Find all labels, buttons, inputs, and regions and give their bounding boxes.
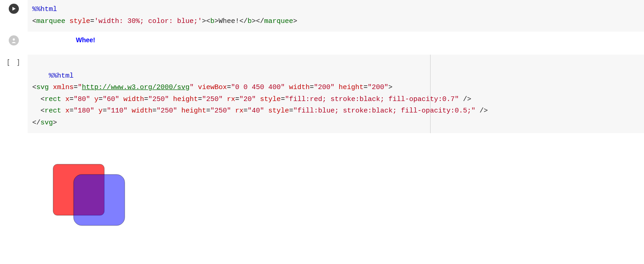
code-editor-1[interactable]: %%html <marquee style='width: 30%; color… — [28, 0, 644, 32]
attr-xmlns: xmlns — [53, 84, 74, 91]
cell-gutter — [0, 0, 28, 14]
marquee-text-content: Whee! — [218, 17, 239, 25]
marquee-output-text: Whee! — [32, 36, 639, 44]
tag-b: b — [210, 17, 214, 25]
avatar-icon — [9, 35, 19, 45]
tag-svg: svg — [36, 84, 53, 91]
attr-height: height — [339, 84, 363, 91]
play-icon[interactable] — [9, 4, 19, 14]
tag-rect: rect — [45, 95, 65, 103]
tag-rect: rect — [45, 107, 65, 115]
attr-style: style — [69, 17, 90, 25]
svg-point-1 — [13, 39, 15, 41]
code-cell-1: %%html <marquee style='width: 30%; color… — [0, 0, 644, 32]
attr-viewbox: viewBox — [198, 84, 227, 91]
magic-command: %%html — [32, 6, 57, 13]
output-cell-1: Whee! — [0, 32, 644, 48]
output-area-2 — [28, 133, 644, 240]
style-value: 'width: 30%; color: blue;' — [94, 17, 202, 25]
output-area-1: Whee! — [28, 32, 644, 48]
tag-marquee: marquee — [36, 17, 69, 25]
svg-rect-blue — [74, 174, 125, 225]
xmlns-url[interactable]: http://www.w3.org/2000/svg — [82, 84, 190, 91]
ruler-line — [430, 55, 431, 133]
angle-open: < — [32, 17, 36, 25]
output-cell-2 — [0, 133, 644, 240]
attr-width: width — [289, 84, 310, 91]
code-editor-2[interactable]: %%html <svg xmlns="http://www.w3.org/200… — [28, 55, 644, 133]
magic-command: %%html — [49, 72, 74, 80]
svg-marker-0 — [12, 7, 16, 11]
output-gutter — [0, 133, 28, 137]
svg-output — [37, 147, 129, 239]
output-gutter — [0, 32, 28, 45]
execution-bracket-icon[interactable]: [ ] — [6, 58, 21, 67]
cell-gutter: [ ] — [0, 55, 28, 67]
code-cell-2: [ ] %%html <svg xmlns="http://www.w3.org… — [0, 55, 644, 133]
